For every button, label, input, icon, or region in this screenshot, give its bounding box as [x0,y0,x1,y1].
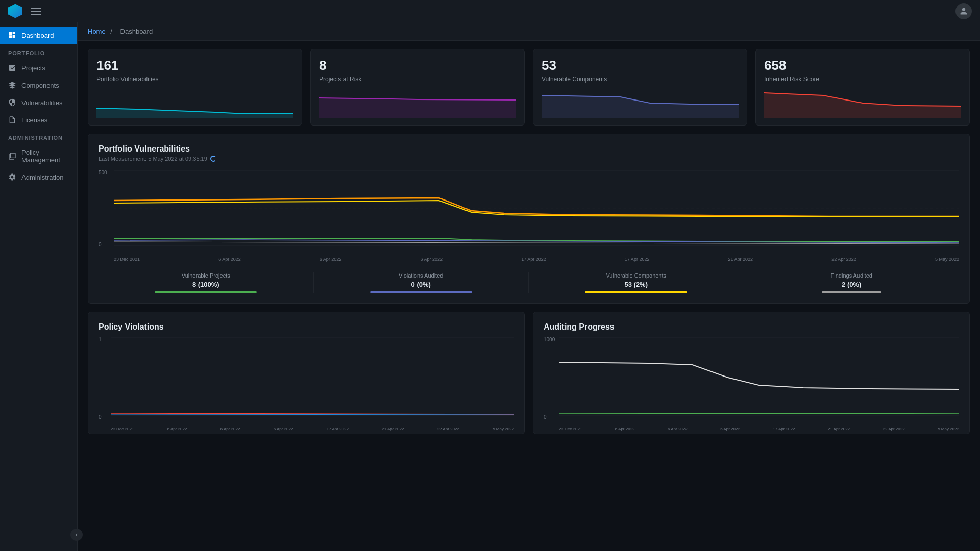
stat-chart-components [542,88,739,120]
svg-marker-0 [96,108,293,118]
sidebar-collapse-button[interactable]: ‹ [70,529,83,541]
stats-row: 161 Portfolio Vulnerabilities 8 Projects… [78,41,980,134]
sidebar-item-components[interactable]: Components [0,77,77,94]
bottom-charts: Policy Violations 1 0 23 Dec 2021 6 [78,312,980,442]
chart-legend: Vulnerable Projects 8 (100%) Violations … [99,266,959,293]
stat-number-portfolio: 161 [96,58,293,73]
portfolio-chart-area: 500 0 [99,170,959,262]
stat-number-risk: 658 [764,58,961,73]
policy-violations-title: Policy Violations [99,322,514,332]
auditing-chart-area: 1000 0 23 Dec 2021 6 Apr 2022 6 Apr 2022 [544,337,959,431]
sidebar-item-vulnerabilities[interactable]: Vulnerabilities [0,94,77,111]
stat-label-components: Vulnerable Components [542,76,739,83]
sidebar-item-administration[interactable]: Administration [0,168,77,186]
svg-marker-2 [542,95,739,118]
stat-card-projects-at-risk: 8 Projects at Risk [310,49,525,126]
top-nav [0,0,980,22]
ap-y-zero: 0 [544,414,547,420]
sidebar-item-dashboard[interactable]: Dashboard [0,27,77,44]
sidebar-item-projects[interactable]: Projects [0,59,77,77]
hamburger-menu[interactable] [31,8,41,15]
breadcrumb-current: Dashboard [120,28,153,35]
portfolio-svg-chart [114,170,959,246]
nav-left [8,4,41,18]
svg-marker-1 [319,98,516,118]
ap-y-max: 1000 [544,337,555,342]
legend-findings-audited: Findings Audited 2 (0%) [744,272,960,293]
main-layout: Dashboard Portfolio Projects Components … [0,22,980,551]
portfolio-vulnerabilities-chart: Portfolio Vulnerabilities Last Measureme… [88,134,970,304]
policy-chart-area: 1 0 23 Dec 2021 6 Apr 2022 6 Apr 2022 [99,337,514,431]
stat-number-projects: 8 [319,58,516,73]
stat-chart-projects [319,88,516,120]
breadcrumb: Home / Dashboard [78,22,980,41]
pv-y-zero: 0 [99,414,102,420]
user-avatar[interactable] [955,3,972,19]
pv-y-max: 1 [99,337,102,342]
y-zero-label: 0 [99,242,102,247]
sidebar: Dashboard Portfolio Projects Components … [0,22,78,551]
legend-violations-audited: Violations Audited 0 (0%) [314,272,529,293]
portfolio-chart-subtitle: Last Measurement: 5 May 2022 at 09:35:19 [99,156,959,162]
portfolio-section-label: Portfolio [0,44,77,59]
policy-violations-svg [111,337,514,416]
policy-violations-card: Policy Violations 1 0 23 Dec 2021 6 [88,312,525,434]
auditing-progress-svg [559,337,959,416]
auditing-progress-title: Auditing Progress [544,322,959,332]
legend-vulnerable-components: Vulnerable Components 53 (2%) [529,272,744,293]
sidebar-item-policy-management[interactable]: Policy Management [0,144,77,168]
legend-vulnerable-projects: Vulnerable Projects 8 (100%) [99,272,314,293]
pv-x-labels: 23 Dec 2021 6 Apr 2022 6 Apr 2022 6 Apr … [111,427,514,431]
stat-card-inherited-risk: 658 Inherited Risk Score [755,49,970,126]
stat-label-projects: Projects at Risk [319,76,516,83]
sidebar-item-licenses[interactable]: Licenses [0,111,77,129]
stat-chart-portfolio [96,88,293,120]
ap-x-labels: 23 Dec 2021 6 Apr 2022 6 Apr 2022 6 Apr … [559,427,959,431]
stat-card-portfolio-vulnerabilities: 161 Portfolio Vulnerabilities [88,49,302,126]
portfolio-chart-title: Portfolio Vulnerabilities [99,144,959,154]
main-content: Home / Dashboard 161 Portfolio Vulnerabi… [78,22,980,551]
stat-chart-risk [764,88,961,120]
auditing-progress-card: Auditing Progress 1000 0 23 Dec 2021 [533,312,970,434]
refresh-icon[interactable] [210,156,216,162]
x-axis-labels: 23 Dec 2021 6 Apr 2022 6 Apr 2022 6 Apr … [114,257,959,262]
stat-card-vulnerable-components: 53 Vulnerable Components [533,49,747,126]
breadcrumb-home[interactable]: Home [88,28,106,35]
stat-label-risk: Inherited Risk Score [764,76,961,83]
y-max-label: 500 [99,170,107,176]
stat-label-portfolio: Portfolio Vulnerabilities [96,76,293,83]
app-logo [8,4,22,18]
admin-section-label: Administration [0,129,77,144]
stat-number-components: 53 [542,58,739,73]
